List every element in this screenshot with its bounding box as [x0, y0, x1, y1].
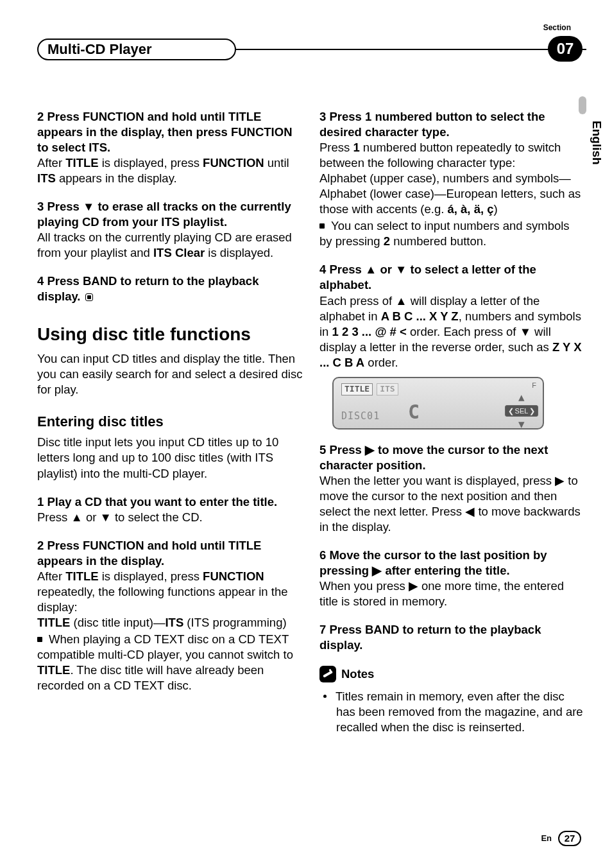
t: is displayed, press [99, 569, 203, 583]
display-f-label: F [532, 381, 539, 390]
step-bullet: You can select to input numbers and symb… [319, 218, 585, 249]
end-section-icon [85, 293, 93, 301]
step-head: 1 Play a CD that you want to enter the t… [37, 494, 303, 510]
display-current-char: C [408, 399, 420, 424]
step-head: 5 Press ▶ to move the cursor to the next… [319, 442, 585, 473]
step-head: 6 Move the cursor to the last position b… [319, 548, 585, 578]
chapter-title: Multi-CD Player [47, 40, 152, 59]
page-number-badge: 27 [558, 831, 581, 846]
t: appears in the display. [56, 171, 177, 185]
step-head: 3 Press 1 numbered button to select the … [319, 109, 585, 140]
heading-body: You can input CD titles and display the … [37, 351, 303, 397]
display-title-tag: TITLE [341, 383, 373, 395]
heading-entering-disc-titles: Entering disc titles [37, 413, 303, 431]
section-number-badge: 07 [548, 36, 582, 62]
step-head: 3 Press ▼ to erase all tracks on the cur… [37, 199, 303, 230]
t: After [37, 569, 65, 583]
display-row-1: TITLE ITS [341, 383, 398, 395]
t: order. [364, 356, 398, 369]
lcd-display-illustration: TITLE ITS DISC01 C F ▴ ❮SEL❯ ▾ [332, 377, 544, 430]
t: TITLE [65, 569, 98, 583]
chevron-up-icon: ▴ [518, 390, 525, 405]
step-bullet: When playing a CD TEXT disc on a CD TEXT… [37, 632, 303, 693]
step-4-letter: 4 Press ▲ or ▼ to select a letter of the… [319, 262, 585, 429]
t: is displayed. [205, 246, 273, 259]
display-right-controls: F ▴ ❮SEL❯ ▾ [504, 381, 539, 426]
step-2-title: 2 Press FUNCTION and hold until TITLE ap… [37, 538, 303, 693]
step-body: When you press ▶ one more time, the ente… [319, 578, 585, 609]
page-header: Multi-CD Player Section 07 [37, 30, 586, 59]
bullet-icon [37, 637, 42, 642]
notes-label: Notes [341, 666, 374, 682]
step-head: 2 Press FUNCTION and hold until TITLE ap… [37, 109, 303, 155]
t: TITLE [37, 663, 70, 677]
t: 1 2 3 ... @ # < [332, 325, 407, 338]
section-label: Section [543, 23, 571, 33]
chapter-title-pill: Multi-CD Player [37, 39, 236, 60]
step-head: 2 Press FUNCTION and hold until TITLE ap… [37, 538, 303, 569]
step-body: After TITLE is displayed, press FUNCTION… [37, 155, 303, 186]
t: ) [494, 202, 498, 216]
t: repeatedly, the following functions appe… [37, 585, 287, 614]
page-number: 27 [565, 832, 575, 845]
right-column: 3 Press 1 numbered button to select the … [319, 109, 585, 735]
step-head: 4 Press BAND to return to the playback d… [37, 274, 259, 303]
display-disc-label: DISC01 [341, 410, 380, 423]
content-columns: 2 Press FUNCTION and hold until TITLE ap… [37, 109, 585, 735]
t: 2 [384, 234, 390, 248]
t: After [37, 156, 65, 169]
step-head: 4 Press ▲ or ▼ to select a letter of the… [319, 262, 585, 293]
t: . The disc title will have already been … [37, 663, 264, 692]
notes-list: Titles remain in memory, even after the … [319, 689, 585, 735]
step-body: When the letter you want is displayed, p… [319, 473, 585, 535]
page-footer: En 27 [541, 831, 581, 846]
t: ITS Clear [153, 246, 205, 259]
t: numbered button. [390, 234, 486, 248]
step-3-char-type: 3 Press 1 numbered button to select the … [319, 109, 585, 249]
t: FUNCTION [203, 569, 264, 583]
t: (disc title input)— [70, 616, 165, 629]
step-2-its: 2 Press FUNCTION and hold until TITLE ap… [37, 109, 303, 186]
t: until [264, 156, 289, 169]
t: is displayed, press [99, 156, 203, 169]
left-column: 2 Press FUNCTION and hold until TITLE ap… [37, 109, 303, 735]
t: FUNCTION [203, 156, 264, 169]
step-7-band-return: 7 Press BAND to return to the playback d… [319, 622, 585, 653]
step-body: All tracks on the currently playing CD a… [37, 230, 303, 261]
notes-heading: Notes [319, 666, 585, 682]
step-3-erase: 3 Press ▼ to erase all tracks on the cur… [37, 199, 303, 261]
heading-disc-title-functions: Using disc title functions [37, 324, 303, 345]
t: ITS [37, 171, 56, 185]
t: TITLE [65, 156, 98, 169]
step-body: Press ▲ or ▼ to select the CD. [37, 510, 303, 525]
step-4-band: 4 Press BAND to return to the playback d… [37, 273, 303, 304]
t: 1 [353, 141, 359, 154]
side-language-tab: English [588, 121, 604, 165]
heading-body: Disc title input lets you input CD title… [37, 435, 303, 481]
t: (ITS programming) [183, 616, 286, 629]
step-body: After TITLE is displayed, press FUNCTION… [37, 569, 303, 630]
t: SEL [515, 406, 529, 415]
pencil-note-icon [319, 666, 336, 682]
step-head: 7 Press BAND to return to the playback d… [319, 622, 585, 653]
section-number: 07 [557, 39, 574, 58]
note-text: Titles remain in memory, even after the … [336, 690, 583, 734]
bullet-icon [319, 223, 325, 229]
t: ITS [165, 616, 183, 629]
note-item: Titles remain in memory, even after the … [336, 689, 585, 735]
step-1-play-cd: 1 Play a CD that you want to enter the t… [37, 494, 303, 525]
bullet-dot-icon [323, 695, 327, 698]
header-rule [236, 49, 586, 50]
chevron-down-icon: ▾ [518, 417, 525, 429]
t: When playing a CD TEXT disc on a CD TEXT… [37, 632, 293, 661]
step-body: Press 1 numbered button repeatedly to sw… [319, 140, 585, 217]
display-sel-badge: ❮SEL❯ [505, 405, 539, 417]
step-6-last-position: 6 Move the cursor to the last position b… [319, 548, 585, 609]
t: Press [319, 141, 353, 154]
t: TITLE [37, 616, 70, 629]
t: A B C ... X Y Z [381, 309, 459, 323]
step-body: Each press of ▲ will display a letter of… [319, 293, 585, 370]
display-its-tag: ITS [377, 383, 398, 395]
footer-language: En [541, 833, 552, 844]
t: á, à, ä, ç [448, 202, 494, 216]
